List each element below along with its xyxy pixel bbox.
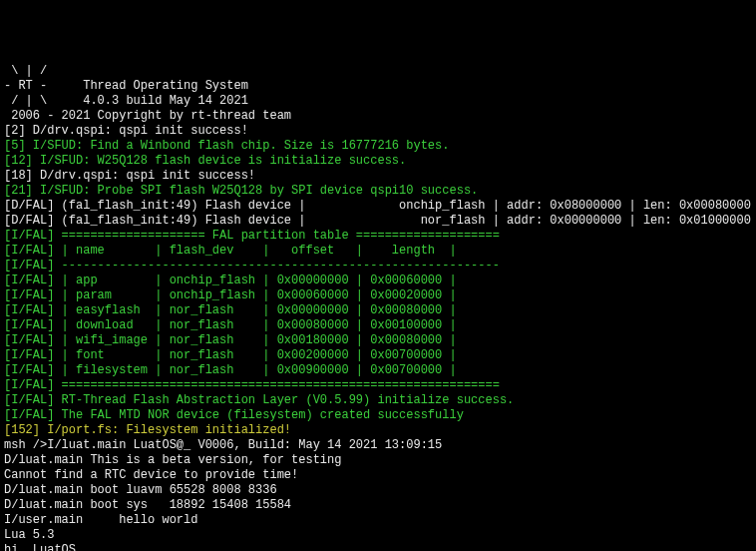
terminal-line: - RT - Thread Operating System: [4, 79, 752, 94]
terminal-line: [I/FAL] RT-Thread Flash Abstraction Laye…: [4, 393, 752, 408]
terminal-line: Lua 5.3: [4, 528, 752, 543]
terminal-line: [12] I/SFUD: W25Q128 flash device is ini…: [4, 154, 752, 169]
terminal-line: [I/FAL] --------------------------------…: [4, 259, 752, 274]
terminal-line: I/user.main hello world: [4, 513, 752, 528]
terminal-line: D/luat.main boot sys 18892 15408 15584: [4, 498, 752, 513]
terminal-line: [I/FAL] | wifi_image | nor_flash | 0x001…: [4, 333, 752, 348]
terminal-line: [I/FAL] | param | onchip_flash | 0x00060…: [4, 288, 752, 303]
terminal-line: / | \ 4.0.3 build May 14 2021: [4, 94, 752, 109]
terminal-line: Cannot find a RTC device to provide time…: [4, 468, 752, 483]
terminal-line: msh />I/luat.main LuatOS@_ V0006, Build:…: [4, 438, 752, 453]
terminal-line: [I/FAL] ==================== FAL partiti…: [4, 229, 752, 244]
terminal-line: [21] I/SFUD: Probe SPI flash W25Q128 by …: [4, 184, 752, 199]
terminal-line: D/luat.main This is a beta version, for …: [4, 453, 752, 468]
terminal-line: [I/FAL] | filesystem | nor_flash | 0x009…: [4, 363, 752, 378]
terminal-line: [I/FAL] | font | nor_flash | 0x00200000 …: [4, 348, 752, 363]
terminal-line: [I/FAL] ================================…: [4, 378, 752, 393]
terminal-line: hi, LuatOS: [4, 543, 752, 551]
terminal-line: [I/FAL] | app | onchip_flash | 0x0000000…: [4, 274, 752, 288]
terminal-line: [152] I/port.fs: Filesystem initialized!: [4, 423, 752, 438]
terminal-output: \ | /- RT - Thread Operating System / | …: [4, 64, 752, 551]
terminal-line: [5] I/SFUD: Find a Winbond flash chip. S…: [4, 139, 752, 154]
terminal-line: [I/FAL] The FAL MTD NOR device (filesyst…: [4, 408, 752, 423]
terminal-line: [2] D/drv.qspi: qspi init success!: [4, 124, 752, 139]
terminal-line: [18] D/drv.qspi: qspi init success!: [4, 169, 752, 184]
terminal-line: [D/FAL] (fal_flash_init:49) Flash device…: [4, 199, 752, 214]
terminal-line: [I/FAL] | name | flash_dev | offset | le…: [4, 244, 752, 259]
terminal-line: [D/FAL] (fal_flash_init:49) Flash device…: [4, 214, 752, 229]
terminal-line: [I/FAL] | easyflash | nor_flash | 0x0000…: [4, 303, 752, 318]
terminal-line: [I/FAL] | download | nor_flash | 0x00080…: [4, 318, 752, 333]
terminal-line: 2006 - 2021 Copyright by rt-thread team: [4, 109, 752, 124]
terminal-line: D/luat.main boot luavm 65528 8008 8336: [4, 483, 752, 498]
terminal-line: \ | /: [4, 64, 752, 79]
